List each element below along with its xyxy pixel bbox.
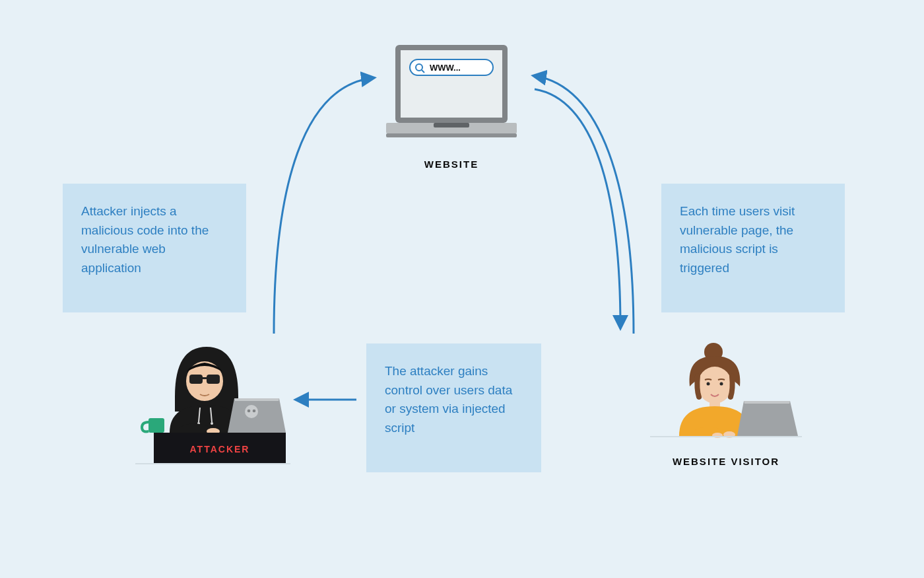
website-label: WEBSITE xyxy=(380,159,523,170)
svg-point-18 xyxy=(248,410,251,413)
svg-rect-11 xyxy=(203,377,207,379)
browser-url-text: WWW... xyxy=(430,63,461,73)
visitor-icon xyxy=(650,340,802,462)
trigger-description: Each time users visit vulnerable page, t… xyxy=(661,184,845,312)
svg-rect-7 xyxy=(434,123,469,127)
svg-rect-22 xyxy=(253,415,254,417)
attacker-node: ATTACKER xyxy=(135,334,290,478)
svg-rect-25 xyxy=(135,463,290,464)
arrow-attacker-to-website xyxy=(274,78,373,334)
attacker-desk-label: ATTACKER xyxy=(190,444,250,454)
svg-rect-21 xyxy=(251,415,252,417)
control-description: The attacker gains control over users da… xyxy=(366,343,541,472)
svg-rect-33 xyxy=(650,436,802,437)
visitor-node xyxy=(650,340,802,465)
website-node: WWW... xyxy=(380,45,523,147)
arrow-website-to-visitor xyxy=(535,89,620,327)
svg-point-19 xyxy=(253,410,256,413)
svg-point-27 xyxy=(698,367,732,404)
svg-rect-23 xyxy=(148,418,164,433)
svg-rect-10 xyxy=(207,375,220,384)
attacker-icon: ATTACKER xyxy=(135,334,290,476)
laptop-icon: WWW... xyxy=(380,45,523,144)
visitor-label: WEBSITE VISITOR xyxy=(650,456,802,467)
svg-rect-9 xyxy=(189,375,203,384)
arrow-visitor-to-website xyxy=(535,76,634,334)
svg-rect-20 xyxy=(249,415,250,417)
svg-point-15 xyxy=(211,422,213,425)
inject-description: Attacker injects a malicious code into t… xyxy=(63,184,246,312)
svg-point-28 xyxy=(707,382,710,386)
svg-point-29 xyxy=(720,382,723,386)
svg-rect-6 xyxy=(386,133,517,137)
